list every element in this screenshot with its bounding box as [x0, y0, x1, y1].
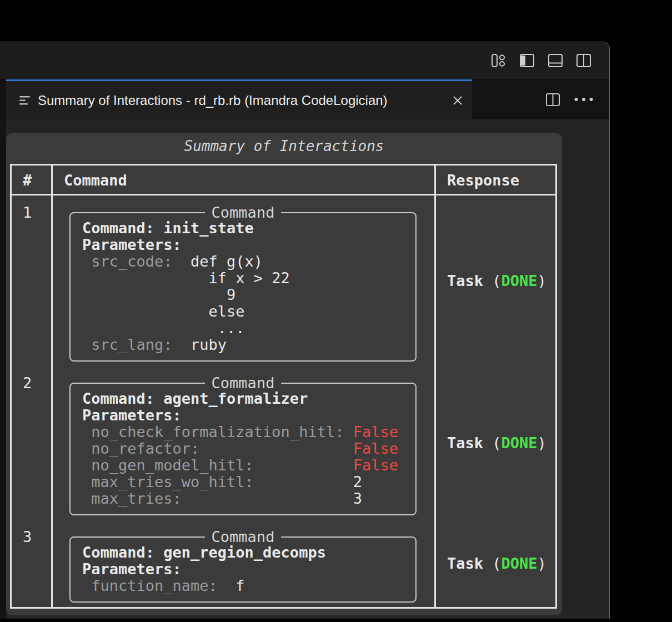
- toggle-panel-icon[interactable]: [548, 53, 563, 68]
- command-cell: CommandCommand: init_state Parameters: s…: [53, 195, 436, 366]
- text-segment: DONE: [502, 272, 538, 289]
- tab-bar: Summary of Interactions - rd_rb.rb (Iman…: [0, 79, 609, 119]
- row-number: 2: [12, 366, 53, 520]
- interactions-table: # Command Response 1CommandCommand: init…: [10, 164, 557, 609]
- text-segment: max_tries:: [82, 490, 353, 507]
- header-command: Command: [53, 165, 436, 195]
- text-segment: if x > 22: [82, 269, 290, 287]
- customize-layout-icon[interactable]: [491, 53, 506, 68]
- command-content: Command: agent_formalizer Parameters: no…: [71, 384, 415, 514]
- table-row: 3CommandCommand: gen_region_decomps Para…: [12, 520, 555, 607]
- command-box: CommandCommand: gen_region_decomps Param…: [69, 536, 417, 603]
- command-box-title: Command: [205, 375, 282, 392]
- table-header-row: # Command Response: [12, 165, 555, 195]
- command-content: Command: init_state Parameters: src_code…: [71, 213, 415, 360]
- table-body: 1CommandCommand: init_state Parameters: …: [12, 195, 555, 607]
- command-cell: CommandCommand: gen_region_decomps Param…: [53, 520, 436, 607]
- text-segment: else: [82, 303, 245, 320]
- tab-summary-of-interactions[interactable]: Summary of Interactions - rd_rb.rb (Iman…: [6, 79, 472, 119]
- text-segment: Parameters:: [82, 560, 182, 578]
- text-segment: (: [492, 555, 501, 572]
- split-editor-icon[interactable]: [545, 92, 560, 107]
- toggle-secondary-sidebar-icon[interactable]: [576, 53, 591, 68]
- text-segment: 3: [353, 490, 362, 507]
- text-segment: False: [353, 440, 398, 457]
- text-segment: False: [353, 457, 398, 474]
- command-box-title: Command: [205, 204, 282, 221]
- row-number: 1: [12, 195, 53, 366]
- response-text: Task (DONE): [447, 272, 546, 289]
- text-segment: ): [538, 434, 546, 452]
- text-segment: Command: init_state: [82, 219, 254, 237]
- editor-area: Summary of Interactions # Command Respon…: [0, 119, 609, 619]
- text-segment: Command: gen_region_decomps: [82, 544, 326, 561]
- text-segment: (: [492, 272, 501, 289]
- response-cell: Task (DONE): [436, 520, 555, 607]
- response-cell: Task (DONE): [436, 195, 555, 366]
- titlebar: [0, 42, 609, 79]
- text-segment: (: [492, 434, 501, 452]
- text-segment: def g(x): [190, 253, 263, 270]
- text-segment: f: [235, 577, 244, 594]
- text-segment: ...: [82, 319, 245, 337]
- text-segment: no_refactor:: [82, 440, 353, 457]
- text-segment: ruby: [190, 336, 227, 353]
- table-row: 1CommandCommand: init_state Parameters: …: [12, 195, 555, 366]
- text-segment: 2: [353, 473, 362, 490]
- text-segment: max_tries_wo_hitl:: [82, 473, 353, 490]
- header-response: Response: [436, 165, 555, 195]
- text-segment: False: [353, 423, 398, 440]
- text-segment: Task: [447, 272, 492, 289]
- text-segment: Command: agent_formalizer: [82, 390, 308, 407]
- command-cell: CommandCommand: agent_formalizer Paramet…: [53, 366, 436, 520]
- text-segment: function_name:: [82, 577, 235, 594]
- text-segment: DONE: [502, 434, 538, 452]
- app-window: Summary of Interactions - rd_rb.rb (Iman…: [0, 42, 610, 619]
- summary-webview-panel: Summary of Interactions # Command Respon…: [6, 133, 562, 615]
- preview-list-icon: [19, 94, 31, 107]
- tab-title: Summary of Interactions - rd_rb.rb (Iman…: [38, 93, 388, 108]
- response-text: Task (DONE): [447, 434, 546, 452]
- response-cell: Task (DONE): [436, 366, 555, 520]
- command-box-title: Command: [205, 529, 282, 545]
- editor-left-gutter: [0, 119, 6, 619]
- more-actions-icon[interactable]: [574, 97, 594, 102]
- text-segment: Task: [447, 555, 492, 572]
- text-segment: Task: [447, 434, 492, 452]
- editor-actions: [545, 79, 609, 119]
- text-segment: 9: [82, 286, 235, 303]
- text-segment: no_check_formalization_hitl:: [82, 423, 353, 440]
- table-row: 2CommandCommand: agent_formalizer Parame…: [12, 366, 555, 520]
- row-number: 3: [12, 520, 53, 607]
- command-content: Command: gen_region_decomps Parameters: …: [71, 538, 415, 601]
- toggle-primary-sidebar-icon[interactable]: [519, 53, 535, 68]
- text-segment: no_gen_model_hitl:: [82, 457, 353, 474]
- header-num: #: [12, 165, 53, 195]
- text-segment: Parameters:: [82, 236, 182, 253]
- command-box: CommandCommand: init_state Parameters: s…: [69, 212, 417, 362]
- response-text: Task (DONE): [447, 555, 546, 572]
- close-icon[interactable]: [451, 94, 464, 107]
- panel-title: Summary of Interactions: [6, 137, 562, 156]
- text-segment: src_lang:: [82, 336, 190, 353]
- text-segment: DONE: [502, 555, 538, 572]
- text-segment: Parameters:: [82, 407, 182, 424]
- command-box: CommandCommand: agent_formalizer Paramet…: [69, 383, 417, 515]
- text-segment: src_code:: [82, 253, 190, 270]
- text-segment: ): [538, 272, 546, 289]
- text-segment: ): [538, 555, 546, 572]
